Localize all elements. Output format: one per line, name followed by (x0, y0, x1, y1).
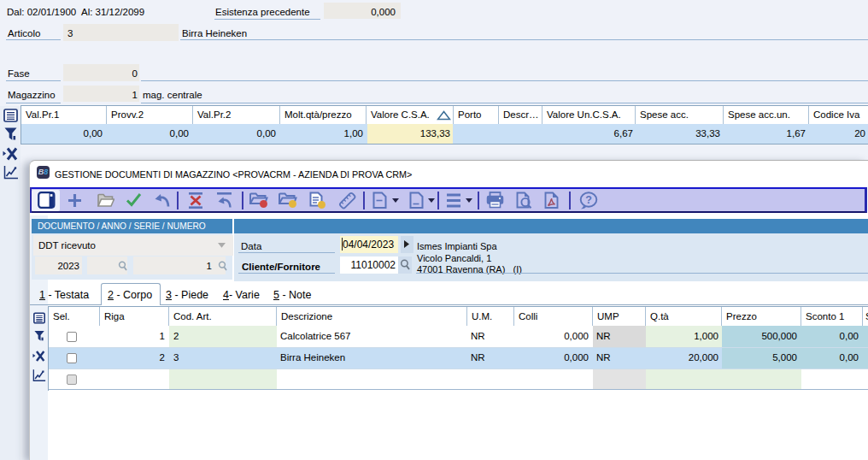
svg-text:?: ? (585, 194, 592, 206)
